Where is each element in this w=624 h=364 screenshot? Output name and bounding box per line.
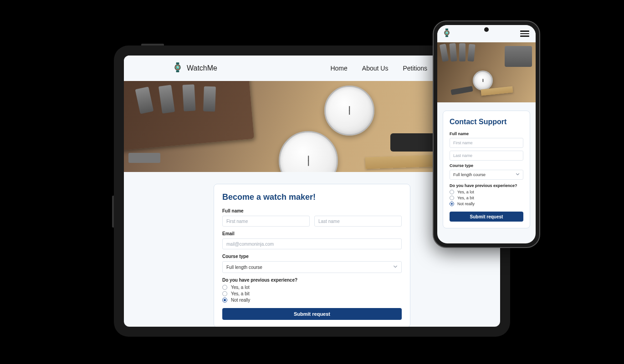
first-name-input[interactable] — [450, 138, 523, 148]
experience-label-bit: Yes, a bit — [231, 291, 250, 296]
hero-image — [437, 42, 536, 102]
nav-link-about[interactable]: About Us — [362, 65, 389, 72]
submit-button[interactable]: Submit request — [222, 308, 402, 320]
experience-label-lot: Yes, a lot — [457, 190, 474, 194]
experience-radio-group: Yes, a lot Yes, a bit Not really — [222, 285, 402, 303]
brand[interactable]: WatchMe — [174, 62, 217, 74]
experience-radio-notreally[interactable] — [222, 298, 227, 303]
experience-radio-bit[interactable] — [222, 291, 227, 296]
course-type-value: Full length course — [453, 172, 486, 177]
course-type-select[interactable]: Full length course — [450, 170, 523, 180]
course-type-label: Course type — [450, 163, 523, 168]
signup-form-card: Become a watch maker! Full name Email Co… — [214, 184, 410, 327]
first-name-input[interactable] — [222, 216, 310, 227]
form-title: Become a watch maker! — [222, 192, 402, 202]
form-title: Contact Support — [450, 118, 523, 126]
experience-radio-lot[interactable] — [222, 285, 227, 290]
phone-screen: Contact Support Full name Course type Fu… — [437, 25, 536, 243]
phone-device-frame: Contact Support Full name Course type Fu… — [433, 20, 540, 248]
full-name-label: Full name — [450, 131, 523, 136]
device-button — [112, 196, 114, 228]
experience-label-notreally: Not really — [231, 298, 250, 303]
full-name-label: Full name — [222, 208, 402, 213]
experience-radio-group: Yes, a lot Yes, a bit Not really — [450, 190, 523, 206]
last-name-input[interactable] — [450, 151, 523, 161]
watch-icon — [174, 62, 181, 74]
chevron-down-icon — [393, 264, 398, 270]
experience-label: Do you have previous experience? — [222, 278, 402, 283]
device-button — [141, 44, 164, 46]
phone-camera — [484, 27, 489, 32]
contact-form-card: Contact Support Full name Course type Fu… — [443, 111, 530, 228]
experience-label-notreally: Not really — [457, 202, 475, 206]
main-nav: Home About Us Petitions Co — [330, 65, 450, 72]
email-input[interactable] — [222, 238, 402, 249]
nav-link-petitions[interactable]: Petitions — [403, 65, 427, 72]
email-label: Email — [222, 231, 402, 236]
course-type-select[interactable]: Full length course — [222, 261, 402, 273]
course-type-value: Full length course — [226, 265, 262, 270]
course-type-label: Course type — [222, 254, 402, 259]
menu-icon[interactable] — [520, 30, 529, 37]
watch-icon[interactable] — [444, 28, 450, 39]
submit-button[interactable]: Submit request — [450, 212, 523, 222]
experience-label-bit: Yes, a bit — [457, 196, 474, 200]
last-name-input[interactable] — [314, 216, 402, 227]
experience-label-lot: Yes, a lot — [231, 285, 250, 290]
experience-radio-notreally[interactable] — [450, 202, 454, 206]
experience-radio-lot[interactable] — [450, 190, 454, 194]
nav-link-home[interactable]: Home — [330, 65, 347, 72]
brand-name: WatchMe — [187, 64, 217, 72]
chevron-down-icon — [516, 172, 520, 177]
experience-label: Do you have previous experience? — [450, 183, 523, 188]
experience-radio-bit[interactable] — [450, 196, 454, 200]
